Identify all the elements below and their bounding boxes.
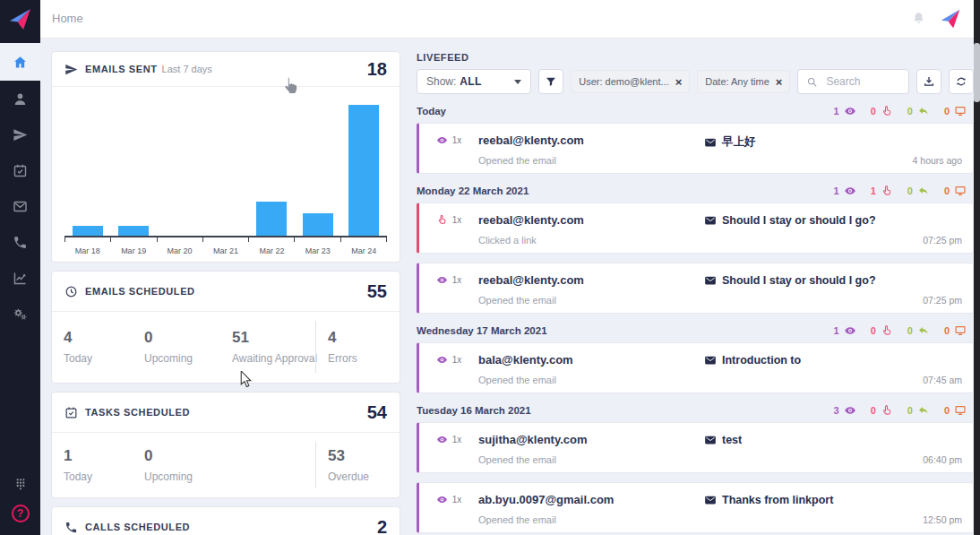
sidebar-item-emails[interactable]: [0, 188, 40, 224]
count-value: 0: [944, 325, 950, 336]
count-visits: 0: [944, 105, 967, 117]
close-icon[interactable]: ×: [675, 76, 683, 88]
calls-scheduled-header: CALLS SCHEDULED 2: [52, 507, 400, 535]
refresh-button[interactable]: [949, 69, 974, 94]
livefeed-title: LIVEFEED: [417, 52, 974, 63]
count-value: 0: [907, 186, 913, 196]
sidebar-item-tasks[interactable]: [0, 152, 40, 188]
feed-group-counts: 1000: [834, 105, 967, 117]
feed-item-main: bala@klenty.comOpened the email: [478, 353, 704, 385]
axis-tick: [295, 237, 340, 242]
feed-item-times: 1x: [452, 275, 462, 285]
help-icon[interactable]: ?: [12, 505, 30, 522]
app-logo-icon: [7, 6, 33, 32]
axis-tick: [203, 237, 249, 242]
sidebar-item-calls[interactable]: [0, 224, 40, 260]
feed-item[interactable]: 1xreebal@klenty.comClicked a linkShould …: [417, 203, 974, 254]
download-button[interactable]: [916, 69, 941, 94]
stat-errors: 4Errors: [315, 321, 400, 373]
feed-item-email: reebal@klenty.com: [478, 134, 704, 147]
show-filter-dropdown[interactable]: Show: ALL: [417, 69, 531, 94]
envelope-icon: [704, 214, 717, 227]
chart-x-labels: Mar 18Mar 19Mar 20Mar 21Mar 22Mar 23Mar …: [64, 246, 387, 255]
breadcrumb: Home: [52, 12, 83, 25]
stat-upcoming: 0Upcoming: [144, 329, 232, 365]
emails-sent-bar-chart: [64, 103, 387, 237]
feed-item-main: ab.byu.0097@gmail.comOpened the email: [478, 493, 704, 525]
stat-value: 0: [144, 447, 315, 465]
feed-item-times: 1x: [452, 355, 462, 365]
count-clicks: 0: [871, 105, 893, 117]
search-input[interactable]: [824, 74, 900, 89]
feed-item[interactable]: 1xsujitha@klenty.comOpened the emailtest…: [417, 422, 974, 473]
download-icon: [923, 75, 935, 88]
account-logo-icon[interactable]: [939, 7, 962, 30]
feed-item-action: Opened the email: [478, 155, 704, 166]
count-visits: 0: [944, 185, 967, 197]
scrollbar-thumb[interactable]: [974, 43, 980, 102]
calendar-icon: [13, 163, 28, 178]
chart-x-tick-label: Mar 23: [295, 246, 340, 255]
filter-chip[interactable]: Date: Any time×: [697, 70, 790, 93]
feed-item[interactable]: 1xreebal@klenty.comOpened the email早上好4 …: [417, 123, 974, 174]
feed-item-times: 1x: [452, 135, 462, 145]
filter-chip-text: User: demo@klent...: [579, 76, 668, 87]
eye-icon: [844, 185, 856, 197]
close-icon[interactable]: ×: [776, 76, 783, 88]
chart-x-tick-label: Mar 24: [341, 246, 387, 255]
axis-tick: [64, 237, 111, 242]
stat-value: 53: [328, 447, 400, 465]
feed-item-subject: Should I stay or should I go?: [704, 273, 973, 287]
stat-label: Upcoming: [144, 352, 232, 365]
card-title: EMAILS SENT: [85, 64, 158, 74]
feed-item-email: bala@klenty.com: [478, 353, 704, 367]
click-icon: [436, 214, 448, 226]
count-clicks: 0: [871, 324, 893, 337]
sidebar-item-cadences[interactable]: [0, 116, 40, 152]
stat-label: Today: [64, 470, 144, 483]
count-value: 0: [907, 405, 913, 416]
feed-item-subject: Introduction to: [704, 353, 973, 367]
reply-icon: [917, 185, 930, 197]
filter-button[interactable]: [538, 69, 563, 94]
emails-scheduled-stats: 4Today0Upcoming51Awaiting Approval4Error…: [52, 312, 400, 382]
envelope-icon: [704, 354, 717, 367]
count-value: 1: [834, 325, 839, 336]
count-value: 0: [871, 325, 876, 336]
chart-bar: [348, 105, 379, 237]
sidebar-item-home[interactable]: [0, 43, 40, 81]
scrollbar-track[interactable]: [974, 0, 980, 535]
click-icon: [881, 185, 893, 197]
envelope-icon: [704, 274, 717, 287]
apps-dialpad-icon[interactable]: [13, 477, 28, 491]
feed-item[interactable]: 1xreebal@klenty.comOpened the emailShoul…: [417, 263, 974, 314]
axis-tick: [249, 237, 295, 242]
notifications-bell-icon[interactable]: [911, 11, 926, 26]
search-icon: [806, 76, 818, 88]
feed-group-header: Monday 22 March 20211100: [417, 185, 974, 197]
feed-item-time: 07:45 am: [923, 375, 962, 385]
livefeed-filter-row: Show: ALL User: demo@klent...×Date: Any …: [417, 69, 974, 94]
calendar-icon: [64, 406, 78, 419]
count-replies: 0: [907, 404, 930, 417]
search-box: [797, 69, 909, 94]
eye-icon: [844, 105, 856, 117]
feed-item[interactable]: 1xab.byu.0097@gmail.comOpened the emailT…: [417, 482, 974, 533]
feed-item-time: 12:50 pm: [923, 514, 962, 525]
sidebar-item-settings[interactable]: [0, 296, 40, 332]
feed-group-counts: 1000: [834, 324, 967, 337]
reply-icon: [917, 324, 930, 337]
phone-icon: [13, 235, 28, 250]
send-icon: [64, 63, 78, 76]
feed-item[interactable]: 1xbala@klenty.comOpened the emailIntrodu…: [417, 342, 974, 393]
feed-item-type: 1x: [419, 134, 478, 146]
feed-group-counts: 3000: [834, 404, 967, 417]
stat-today: 1Today: [64, 447, 144, 483]
feed-item-subject-text: Should I stay or should I go?: [722, 214, 876, 227]
filter-chip[interactable]: User: demo@klent...×: [571, 70, 690, 93]
card-title: EMAILS SCHEDULED: [85, 286, 195, 297]
sidebar-item-prospects[interactable]: [0, 81, 40, 116]
calls-scheduled-total: 2: [377, 517, 387, 535]
sidebar-item-reports[interactable]: [0, 260, 40, 296]
home-icon: [13, 55, 28, 70]
